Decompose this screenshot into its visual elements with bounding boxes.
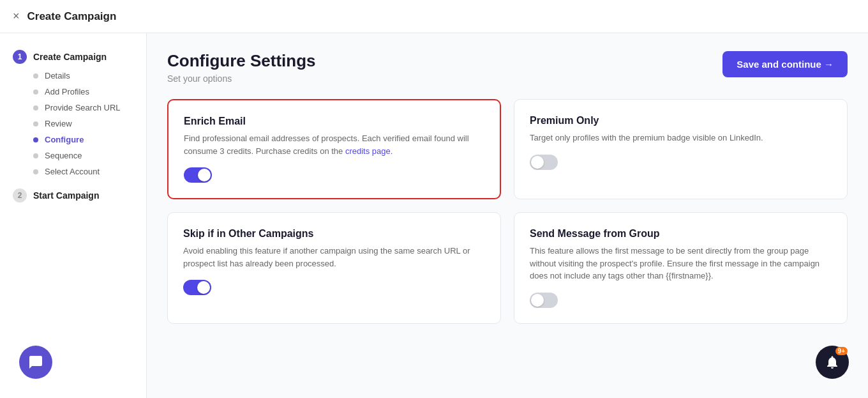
card-send-message-group: Send Message from Group This feature all… bbox=[514, 212, 848, 324]
sidebar-item-select-account[interactable]: Select Account bbox=[33, 164, 146, 180]
sidebar-step1-header: 1 Create Campaign bbox=[0, 46, 146, 68]
sidebar-item-details-label: Details bbox=[45, 71, 70, 80]
skip-campaigns-toggle-container bbox=[183, 280, 485, 295]
premium-only-desc: Target only profiles with the premium ba… bbox=[530, 132, 832, 144]
send-message-group-toggle[interactable] bbox=[530, 293, 558, 308]
sidebar-item-configure-label: Configure bbox=[45, 135, 84, 144]
card-skip-campaigns: Skip if in Other Campaigns Avoid enablin… bbox=[167, 212, 501, 324]
sidebar-item-details[interactable]: Details bbox=[33, 68, 146, 84]
sidebar-section-2: 2 Start Campaign bbox=[0, 185, 146, 206]
sidebar-item-review-label: Review bbox=[45, 119, 72, 128]
send-message-group-title: Send Message from Group bbox=[530, 228, 832, 240]
skip-campaigns-title: Skip if in Other Campaigns bbox=[183, 228, 485, 240]
card-premium-only: Premium Only Target only profiles with t… bbox=[514, 99, 848, 199]
sidebar-item-add-profiles[interactable]: Add Profiles bbox=[33, 84, 146, 100]
top-bar-title: Create Campaign bbox=[27, 10, 117, 23]
enrich-email-toggle[interactable] bbox=[184, 167, 212, 183]
sidebar-section-1: 1 Create Campaign Details Add Profiles P… bbox=[0, 46, 146, 180]
content-header: Configure Settings Set your options Save… bbox=[167, 51, 848, 84]
step1-label: Create Campaign bbox=[33, 52, 107, 62]
page-title: Configure Settings bbox=[167, 51, 316, 71]
credits-page-link[interactable]: credits page. bbox=[345, 146, 393, 156]
skip-campaigns-toggle[interactable] bbox=[183, 280, 211, 295]
sidebar-step2-header: 2 Start Campaign bbox=[0, 185, 146, 206]
notification-badge: 9+ bbox=[835, 347, 848, 355]
sidebar-item-provide-search[interactable]: Provide Search URL bbox=[33, 100, 146, 116]
sidebar-item-configure[interactable]: Configure bbox=[33, 132, 146, 148]
sidebar-item-review[interactable]: Review bbox=[33, 116, 146, 132]
skip-campaigns-toggle-thumb bbox=[197, 281, 210, 294]
premium-only-toggle-thumb bbox=[531, 156, 544, 169]
step2-label: Start Campaign bbox=[33, 190, 99, 201]
content-title-block: Configure Settings Set your options bbox=[167, 51, 316, 84]
premium-only-toggle[interactable] bbox=[530, 155, 558, 170]
dot-add-profiles bbox=[33, 89, 38, 95]
dot-sequence bbox=[33, 153, 38, 158]
page-subtitle: Set your options bbox=[167, 73, 316, 84]
sidebar: 1 Create Campaign Details Add Profiles P… bbox=[0, 33, 147, 398]
save-continue-button[interactable]: Save and continue → bbox=[722, 51, 848, 77]
sidebar-items: Details Add Profiles Provide Search URL … bbox=[0, 68, 146, 180]
notification-button[interactable]: 9+ bbox=[816, 346, 849, 379]
enrich-email-toggle-container bbox=[184, 167, 484, 183]
close-icon[interactable]: × bbox=[13, 10, 20, 23]
step2-number: 2 bbox=[13, 188, 27, 203]
send-message-group-toggle-thumb bbox=[531, 294, 544, 307]
chat-button[interactable] bbox=[19, 346, 52, 379]
premium-only-title: Premium Only bbox=[530, 115, 832, 126]
enrich-email-title: Enrich Email bbox=[184, 116, 484, 127]
sidebar-item-select-account-label: Select Account bbox=[45, 167, 100, 176]
dot-configure bbox=[33, 137, 38, 142]
dot-review bbox=[33, 121, 38, 126]
sidebar-item-provide-search-label: Provide Search URL bbox=[45, 103, 121, 112]
skip-campaigns-desc: Avoid enabling this feature if another c… bbox=[183, 245, 485, 270]
sidebar-item-add-profiles-label: Add Profiles bbox=[45, 87, 89, 96]
dot-details bbox=[33, 73, 38, 79]
main-layout: 1 Create Campaign Details Add Profiles P… bbox=[0, 33, 868, 398]
send-message-group-desc: This feature allows the first message to… bbox=[530, 245, 832, 282]
premium-only-toggle-container bbox=[530, 155, 832, 170]
sidebar-item-sequence-label: Sequence bbox=[45, 151, 82, 160]
dot-provide-search bbox=[33, 105, 38, 111]
send-message-group-toggle-container bbox=[530, 293, 832, 308]
top-bar: × Create Campaign bbox=[0, 0, 868, 33]
dot-select-account bbox=[33, 169, 38, 174]
cards-grid: Enrich Email Find professional email add… bbox=[167, 99, 848, 324]
card-enrich-email: Enrich Email Find professional email add… bbox=[167, 99, 501, 199]
sidebar-item-sequence[interactable]: Sequence bbox=[33, 148, 146, 164]
enrich-email-toggle-thumb bbox=[198, 169, 211, 181]
step1-number: 1 bbox=[13, 50, 27, 64]
enrich-email-desc: Find professional email addresses of pro… bbox=[184, 132, 484, 157]
content-area: Configure Settings Set your options Save… bbox=[147, 33, 868, 398]
app-container: × Create Campaign 1 Create Campaign Deta… bbox=[0, 0, 868, 398]
